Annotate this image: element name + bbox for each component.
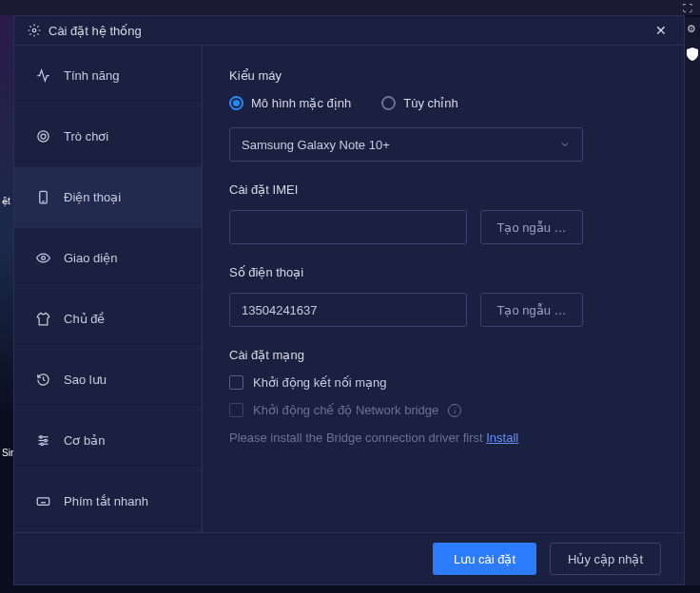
activity-icon — [35, 68, 50, 83]
desktop-topbar: ⛶ — [0, 0, 700, 15]
network-label: Cài đặt mạng — [229, 348, 657, 362]
svg-point-13 — [41, 443, 44, 446]
checkbox-label: Khởi động kết nối mạng — [253, 375, 386, 390]
model-label: Kiểu máy — [229, 68, 657, 83]
sidebar-item-shortcuts[interactable]: Phím tắt nhanh — [14, 471, 202, 532]
radio-label: Mô hình mặc định — [251, 96, 351, 110]
window-body: Tính năng Trò chơi Điện thoại Giao diện … — [14, 46, 684, 532]
select-value: Samsung Galaxy Note 10+ — [242, 138, 390, 152]
radio-label: Tùy chỉnh — [403, 96, 457, 110]
svg-point-12 — [44, 439, 47, 442]
sidebar-item-basic[interactable]: Cơ bản — [14, 411, 202, 471]
window-title: Cài đặt hệ thống — [49, 24, 651, 38]
checkbox-network-bridge: Khởi động chế độ Network bridge i — [229, 403, 657, 417]
gear-icon[interactable]: ⚙ — [687, 23, 696, 35]
keyboard-icon — [35, 494, 50, 508]
sidebar-item-label: Trò chơi — [64, 129, 108, 143]
expand-icon[interactable]: ⛶ — [683, 3, 692, 13]
hint-text: Please install the Bridge connection dri… — [229, 430, 486, 445]
background-strip: ệt Sir — [0, 15, 13, 585]
save-button[interactable]: Lưu cài đặt — [433, 543, 536, 575]
svg-point-0 — [32, 29, 36, 32]
sidebar-item-interface[interactable]: Giao diện — [14, 228, 202, 289]
sidebar-item-game[interactable]: Trò chơi — [14, 106, 202, 167]
svg-point-2 — [41, 134, 46, 139]
model-radio-group: Mô hình mặc định Tùy chỉnh — [229, 96, 657, 110]
svg-line-7 — [43, 380, 45, 381]
sidebar-item-label: Chủ đề — [64, 312, 105, 326]
sidebar-item-phone[interactable]: Điện thoại — [14, 167, 202, 228]
footer: Lưu cài đặt Hủy cập nhật — [14, 532, 684, 584]
svg-point-1 — [37, 131, 48, 142]
content-panel: Kiểu máy Mô hình mặc định Tùy chỉnh Sams… — [203, 46, 684, 532]
sidebar-item-theme[interactable]: Chủ đề — [14, 289, 202, 350]
imei-input[interactable] — [229, 210, 467, 244]
radio-default-model[interactable]: Mô hình mặc định — [229, 96, 351, 110]
settings-window: Cài đặt hệ thống ✕ Tính năng Trò chơi Đi… — [13, 15, 685, 585]
shield-icon[interactable] — [687, 48, 698, 61]
info-icon[interactable]: i — [448, 404, 461, 417]
checkbox-label: Khởi động chế độ Network bridge — [253, 403, 438, 417]
radio-custom-model[interactable]: Tùy chỉnh — [381, 96, 457, 110]
right-dock: ⚙ — [685, 17, 700, 585]
sidebar: Tính năng Trò chơi Điện thoại Giao diện … — [14, 46, 203, 532]
sidebar-item-label: Sao lưu — [64, 373, 107, 387]
sidebar-item-label: Phím tắt nhanh — [64, 494, 148, 508]
imei-random-button[interactable]: Tạo ngẫu … — [480, 210, 583, 244]
imei-row: Tạo ngẫu … — [229, 210, 657, 244]
checkbox-network-start[interactable]: Khởi động kết nối mạng — [229, 375, 657, 390]
phone-label: Số điện thoại — [229, 265, 657, 279]
phone-input[interactable] — [229, 293, 467, 327]
radio-indicator — [381, 96, 396, 110]
install-link[interactable]: Install — [486, 430, 518, 445]
sidebar-item-label: Điện thoại — [64, 190, 121, 204]
history-icon — [35, 373, 50, 387]
gear-icon — [28, 24, 41, 37]
radio-indicator — [229, 96, 243, 110]
svg-point-11 — [39, 436, 42, 439]
sidebar-item-label: Tính năng — [64, 68, 120, 83]
sidebar-item-backup[interactable]: Sao lưu — [14, 350, 202, 411]
sidebar-item-label: Giao diện — [64, 251, 117, 265]
cancel-button[interactable]: Hủy cập nhật — [550, 543, 661, 575]
model-select[interactable]: Samsung Galaxy Note 10+ — [229, 127, 583, 162]
phone-row: Tạo ngẫu … — [229, 293, 657, 327]
eye-icon — [35, 251, 50, 265]
sidebar-item-label: Cơ bản — [64, 433, 105, 448]
checkbox-indicator — [229, 403, 243, 417]
close-icon[interactable]: ✕ — [651, 19, 671, 42]
target-icon — [35, 129, 50, 143]
sliders-icon — [35, 433, 50, 448]
phone-icon — [35, 190, 50, 204]
bg-text: Sir — [2, 448, 13, 458]
titlebar: Cài đặt hệ thống ✕ — [14, 16, 684, 46]
checkbox-indicator — [229, 375, 243, 390]
imei-label: Cài đặt IMEI — [229, 182, 657, 197]
phone-random-button[interactable]: Tạo ngẫu … — [480, 293, 583, 327]
svg-point-5 — [41, 257, 45, 260]
chevron-down-icon — [559, 139, 571, 150]
svg-rect-14 — [37, 498, 49, 506]
bg-text: ệt — [2, 196, 10, 206]
sidebar-item-features[interactable]: Tính năng — [14, 46, 202, 106]
shirt-icon — [35, 312, 50, 326]
bridge-hint: Please install the Bridge connection dri… — [229, 430, 657, 445]
